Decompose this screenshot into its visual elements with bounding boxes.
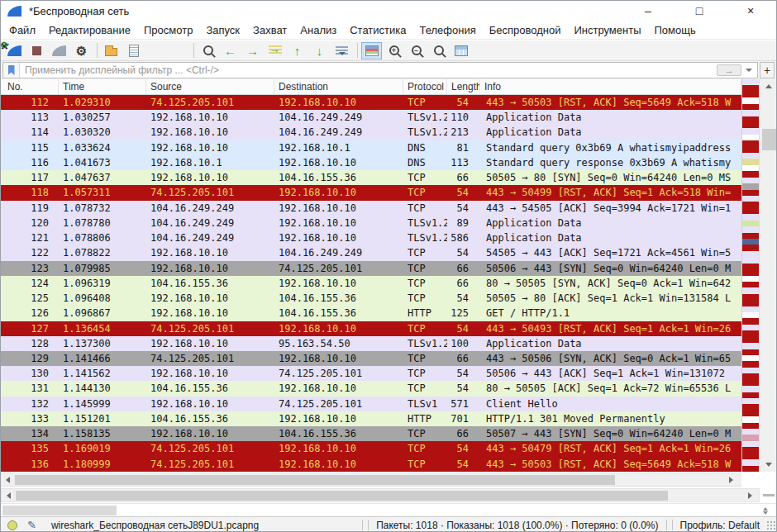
auto-scroll-icon[interactable] [331,42,352,59]
packet-row[interactable]: 1151.033624192.168.10.10192.168.10.1DNS8… [1,140,741,155]
resize-columns-icon[interactable] [450,42,471,59]
packet-cell-time: 1.144130 [59,381,146,396]
toolbar-separator [193,43,194,58]
packet-row[interactable]: 1341.158135192.168.10.10104.16.155.36TCP… [1,426,741,441]
menu-item[interactable]: Просмотр [137,24,199,36]
packet-cell-len: 113 [447,155,480,170]
display-filter-input[interactable]: Применить дисплейный фильтр ... <Ctrl-/>… [2,62,758,78]
go-back-icon[interactable]: ← [220,42,241,59]
packet-row[interactable]: 1171.047637192.168.10.10104.16.155.36TCP… [1,170,741,185]
menu-item[interactable]: Редактирование [42,24,137,36]
vertical-scrollbar-thumb[interactable] [762,129,776,150]
menu-item[interactable]: Помощь [648,24,703,36]
packet-cell-len: 54 [447,95,480,110]
column-header-no[interactable]: No. [1,79,59,94]
column-header-protocol[interactable]: Protocol [403,79,447,94]
packet-row[interactable]: 1261.096867192.168.10.10104.16.155.36HTT… [1,306,741,321]
horizontal-scrollbar-thumb[interactable] [15,475,615,485]
scroll-right-arrow[interactable] [725,473,738,487]
go-last-packet-icon[interactable]: ↓ [309,42,330,59]
menu-item[interactable]: Анализ [293,24,343,36]
column-header-info[interactable]: Info [480,79,741,94]
apply-filter-button[interactable]: → [717,64,741,76]
packet-row[interactable]: 1181.05731174.125.205.101192.168.10.10TC… [1,185,741,200]
minimap-stripe [742,282,759,287]
packet-row[interactable]: 1331.151201104.16.155.36192.168.10.10HTT… [1,411,741,426]
capture-comment-icon[interactable] [27,519,36,531]
packet-row[interactable]: 1251.096408192.168.10.10104.16.155.36TCP… [1,291,741,306]
packet-row[interactable]: 1221.078822192.168.10.10104.16.249.249TC… [1,245,741,260]
scroll-right-arrow-lower[interactable] [744,489,757,502]
packet-cell-time: 1.096319 [59,276,146,291]
go-first-packet-icon[interactable]: ↑ [287,42,307,59]
column-header-destination[interactable]: Destination [274,79,403,94]
packet-row[interactable]: 1271.13645474.125.205.101192.168.10.10TC… [1,321,741,336]
minimap-stripe [742,208,759,214]
column-header-length[interactable]: Length [447,79,480,94]
zoom-in-icon[interactable]: + [384,42,404,59]
packet-row[interactable]: 1201.078780104.16.249.249192.168.10.10TL… [1,216,741,230]
scroll-up-arrow[interactable] [760,79,777,93]
profile-text[interactable]: Профиль: Default [680,520,760,531]
scroll-left-arrow-lower[interactable] [2,489,15,502]
menu-item[interactable]: Телефония [412,24,482,36]
packet-row[interactable]: 1231.079985192.168.10.1074.125.205.101TC… [1,261,741,276]
packet-row[interactable]: 1281.137300192.168.10.1095.163.54.50TLSv… [1,336,741,351]
column-header-source[interactable]: Source [146,79,274,94]
reload-file-icon[interactable] [168,42,188,59]
packet-row[interactable]: 1211.078806104.16.249.249192.168.10.10TL… [1,230,741,245]
pane-spin-handle[interactable] [763,505,768,517]
maximize-button[interactable]: □ [674,1,725,21]
menu-item[interactable]: Статистика [343,24,412,36]
close-file-icon[interactable] [145,42,166,59]
stop-capture-icon[interactable] [26,42,47,59]
colorize-packets-icon[interactable] [361,42,382,59]
packet-minimap[interactable] [741,79,759,472]
packet-row[interactable]: 1321.145999192.168.10.1074.125.205.101TL… [1,397,741,411]
find-packet-icon[interactable] [198,42,218,59]
expert-info-icon[interactable] [7,520,17,530]
pane-splitter-handle[interactable] [763,494,775,496]
packet-row[interactable]: 1301.141562192.168.10.1074.125.205.101TC… [1,366,741,381]
packet-row[interactable]: 1121.02931074.125.205.101192.168.10.10TC… [1,95,741,110]
zoom-normal-icon[interactable] [428,42,449,59]
horizontal-scrollbar-thumb-lower[interactable] [16,491,668,501]
open-file-icon[interactable] [101,42,122,59]
horizontal-scrollbar-lower[interactable] [1,488,760,502]
capture-options-icon[interactable]: ⚙ [71,42,92,59]
packet-row[interactable]: 1161.041673192.168.10.1192.168.10.10DNS1… [1,155,741,170]
go-forward-icon[interactable]: → [242,42,263,59]
packet-row[interactable]: 1131.030257192.168.10.10104.16.249.249TL… [1,110,741,125]
zoom-out-icon[interactable]: – [406,42,427,59]
vertical-scrollbar[interactable] [759,79,777,472]
go-forward-icon: → [246,45,259,57]
save-file-icon[interactable] [123,42,144,59]
go-to-packet-icon[interactable] [265,42,285,59]
close-button[interactable]: × [725,1,776,21]
restart-capture-icon[interactable] [49,42,69,59]
packet-row[interactable]: 1191.078732104.16.249.249192.168.10.10TC… [1,201,741,216]
filter-bookmark-button[interactable] [3,63,20,78]
packet-row[interactable]: 1311.144130104.16.155.36192.168.10.10TCP… [1,381,741,396]
menu-item[interactable]: Файл [2,24,42,36]
column-header-time[interactable]: Time [59,79,146,94]
menu-item[interactable]: Инструменты [567,24,647,36]
minimap-stripe [742,312,759,318]
packet-row[interactable]: 1241.096319104.16.155.36192.168.10.10TCP… [1,276,741,291]
menu-item[interactable]: Беспроводной [483,24,568,36]
menu-item[interactable]: Захват [246,24,293,36]
packet-row[interactable]: 1351.16901974.125.205.101192.168.10.10TC… [1,441,741,456]
minimap-stripe [742,343,759,349]
minimize-button[interactable]: – [622,1,674,21]
scroll-left-arrow[interactable] [1,473,14,487]
scroll-down-arrow[interactable] [760,458,777,472]
packet-row[interactable]: 1361.18099974.125.205.101192.168.10.10TC… [1,457,741,472]
filter-dropdown-caret[interactable] [744,64,754,76]
add-filter-button[interactable]: + [760,62,775,78]
packet-row[interactable]: 1141.030320192.168.10.10104.16.249.249TL… [1,125,741,140]
resize-grip[interactable] [766,520,776,530]
packet-cell-time: 1.169019 [59,441,146,456]
packet-row[interactable]: 1291.14146674.125.205.101192.168.10.10TC… [1,351,741,366]
horizontal-scrollbar-list[interactable] [1,473,741,487]
menu-item[interactable]: Запуск [199,24,246,36]
